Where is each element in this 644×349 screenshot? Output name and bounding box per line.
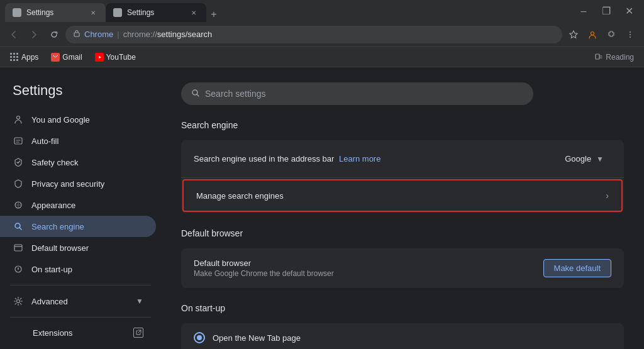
tab-2[interactable]: Settings ✕ [106, 3, 206, 22]
search-icon [191, 89, 200, 99]
manage-search-engines-row[interactable]: Manage search engines › [182, 179, 623, 212]
svg-rect-4 [74, 33, 79, 36]
tab-close-1[interactable]: ✕ [88, 8, 98, 18]
external-link-icon [133, 328, 143, 338]
reload-button[interactable] [45, 26, 63, 43]
sidebar-advanced-label: Advanced [31, 297, 128, 306]
nav-actions [565, 26, 639, 43]
search-engine-dropdown[interactable]: Google ▼ [557, 150, 611, 167]
bookmark-apps[interactable]: Apps [5, 51, 43, 64]
sidebar-item-extensions[interactable]: Extensions [0, 323, 156, 343]
manage-search-engines-chevron: › [606, 191, 609, 201]
search-bar-container: Search settings [181, 82, 624, 105]
sidebar-item-default-browser[interactable]: Default browser [0, 237, 156, 258]
default-browser-row: Default browser Make Google Chrome the d… [181, 248, 624, 288]
profile-button[interactable] [584, 26, 601, 43]
sidebar-item-advanced[interactable]: Advanced ▼ [0, 291, 156, 312]
sidebar-label-appearance: Appearance [31, 201, 75, 210]
search-engine-label: Search engine used in the address bar Le… [194, 154, 557, 163]
youtube-label: YouTube [106, 53, 136, 62]
search-engine-section-title: Search engine [181, 120, 624, 130]
bookmark-gmail[interactable]: Gmail [46, 51, 87, 64]
sidebar-label-you-and-google: You and Google [31, 115, 90, 125]
address-bar[interactable]: Chrome | chrome://settings/search [65, 26, 562, 43]
sidebar-label-privacy: Privacy and security [31, 179, 104, 189]
star-button[interactable] [565, 26, 582, 43]
privacy-icon [13, 178, 24, 189]
learn-more-link[interactable]: Learn more [339, 154, 380, 163]
apps-icon [10, 53, 19, 62]
sidebar-item-search-engine[interactable]: Search engine [0, 216, 156, 237]
on-startup-card: Open the New Tab page Continue where you… [181, 323, 624, 349]
startup-icon [13, 263, 24, 275]
search-placeholder: Search settings [205, 89, 266, 99]
search-engine-row: Search engine used in the address bar Le… [181, 140, 624, 178]
svg-rect-12 [14, 138, 22, 144]
default-browser-text: Default browser [194, 258, 543, 268]
radio-new-tab[interactable]: Open the New Tab page [181, 323, 624, 349]
sidebar-item-on-startup[interactable]: On start-up [0, 258, 156, 280]
advanced-chevron-icon: ▼ [136, 297, 143, 306]
radio-new-tab-inner [197, 335, 202, 340]
nav-bar: Chrome | chrome://settings/search [0, 22, 644, 47]
close-button[interactable]: ✕ [619, 1, 639, 21]
bookmark-youtube[interactable]: YouTube [90, 51, 141, 64]
minimize-button[interactable]: – [574, 1, 594, 21]
search-engine-card: Search engine used in the address bar Le… [181, 140, 624, 213]
new-tab-button[interactable]: + [206, 7, 221, 22]
search-settings-bar[interactable]: Search settings [181, 82, 533, 105]
person-icon [13, 114, 24, 125]
gmail-label: Gmail [62, 53, 82, 62]
url-path: settings/search [157, 30, 212, 39]
tab-label-2: Settings [127, 8, 184, 17]
svg-point-8 [630, 36, 631, 38]
manage-search-engines-label: Manage search engines [196, 191, 606, 201]
maximize-button[interactable]: ❐ [596, 1, 616, 21]
sidebar-item-autofill[interactable]: Auto-fill [0, 130, 156, 152]
chrome-badge: Chrome [84, 30, 113, 39]
make-default-button[interactable]: Make default [543, 259, 611, 277]
gmail-favicon [51, 53, 60, 62]
sidebar: Settings You and Google Auto-fill Safety… [0, 67, 161, 349]
svg-point-3 [116, 11, 119, 14]
sidebar-label-default-browser: Default browser [31, 243, 89, 253]
svg-point-1 [16, 11, 18, 14]
main-content: Settings You and Google Auto-fill Safety… [0, 67, 644, 349]
tab-close-2[interactable]: ✕ [189, 8, 199, 18]
sidebar-item-safety-check[interactable]: Safety check [0, 152, 156, 173]
on-startup-section-title: On start-up [181, 303, 624, 313]
radio-new-tab-button[interactable] [194, 332, 205, 343]
title-bar: Settings ✕ Settings ✕ + – ❐ ✕ [0, 0, 644, 22]
sidebar-item-you-and-google[interactable]: You and Google [0, 109, 156, 130]
default-browser-card: Default browser Make Google Chrome the d… [181, 248, 624, 288]
forward-button[interactable] [25, 26, 43, 43]
tab-1[interactable]: Settings ✕ [5, 3, 106, 22]
menu-button[interactable] [621, 26, 639, 43]
reading-list-button[interactable]: Reading [589, 51, 639, 64]
tab-label-1: Settings [26, 8, 83, 17]
dropdown-arrow-icon: ▼ [596, 155, 604, 163]
bookmarks-bar: Apps Gmail YouTube Reading [0, 47, 644, 67]
settings-panel: Search settings Search engine Search eng… [161, 67, 644, 349]
sidebar-label-safety-check: Safety check [31, 158, 78, 167]
sidebar-item-appearance[interactable]: Appearance [0, 194, 156, 216]
safety-check-icon [13, 157, 24, 168]
svg-point-11 [17, 116, 20, 119]
reading-list-label: Reading [606, 53, 634, 62]
search-engine-selected: Google [565, 154, 591, 163]
svg-rect-15 [14, 245, 22, 251]
sidebar-item-privacy[interactable]: Privacy and security [0, 173, 156, 194]
advanced-icon [13, 296, 24, 307]
apps-label: Apps [21, 53, 38, 62]
sidebar-label-autofill: Auto-fill [31, 136, 58, 146]
back-button[interactable] [5, 26, 23, 43]
search-engine-value: Google ▼ [557, 150, 611, 167]
svg-marker-9 [99, 56, 101, 58]
url-scheme: chrome:// [123, 30, 157, 39]
sidebar-label-on-startup: On start-up [31, 265, 72, 274]
sidebar-item-about-chrome[interactable]: About Chrome [0, 343, 156, 349]
extensions-label: Extensions [33, 328, 133, 338]
manage-search-engines-text: Manage search engines [196, 191, 284, 201]
tabs-container: Settings ✕ Settings ✕ + [5, 0, 571, 22]
extensions-button[interactable] [602, 26, 620, 43]
